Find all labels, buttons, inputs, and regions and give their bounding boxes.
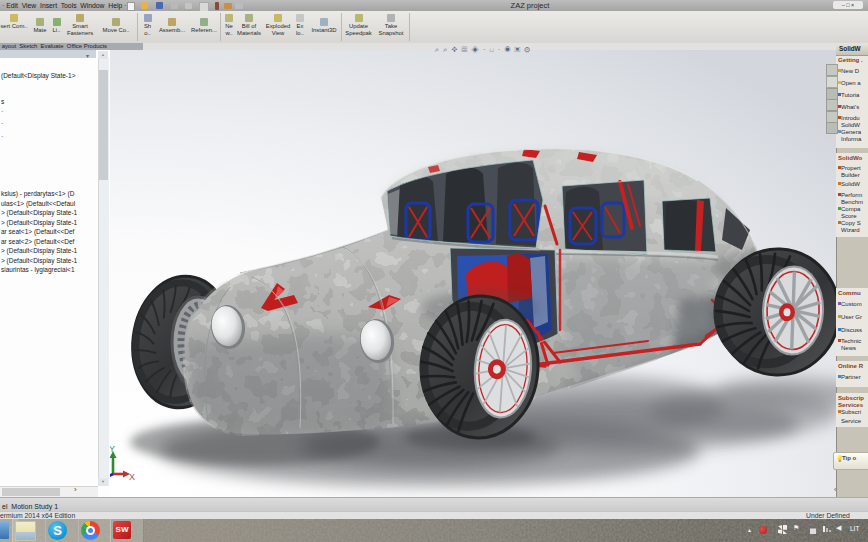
svg-text:Y: Y [110, 444, 115, 454]
svg-text:X: X [129, 472, 135, 482]
